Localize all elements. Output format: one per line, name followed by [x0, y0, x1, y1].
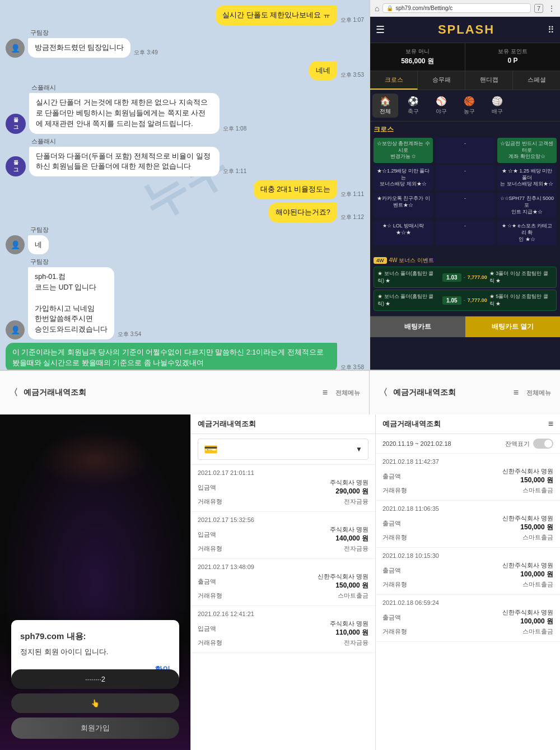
browser-url[interactable]: 🔒 sph79.com/m/Betting/c [382, 3, 530, 13]
bubble: 대충 2대1 비율정도는 [254, 180, 337, 199]
tx-company: 신한주식회사 명원 [502, 561, 553, 570]
mid-right-title: 예금거래내역조회 [393, 388, 456, 398]
password-input[interactable]: ········2 [11, 669, 179, 689]
avatar: 👤 [6, 235, 25, 254]
msg-row: 풀그 스플래시 실시간 단폴더 거는것에 대한 제한은 없으나 지속적으로 단폴… [6, 83, 364, 133]
bubble: 단폴더와 다폴더(두폴더 포함) 전체적으로 비율이 일정하신 회원님들은 단폴… [29, 147, 220, 177]
tx-type-label: 거래유형 [382, 580, 407, 589]
nav-special[interactable]: 스페셜 [513, 71, 560, 90]
cart-view-button[interactable]: 배팅카트 [370, 316, 465, 337]
tx-date: 2021.02.17 21:01:11 [198, 469, 368, 476]
submenu-left[interactable]: 전체메뉴 [335, 389, 360, 397]
sport-tab-label: 축구 [408, 108, 419, 115]
msg-time: 오후 1:11 [340, 190, 364, 198]
tx-date: 2021.02.18 11:42:37 [382, 458, 553, 465]
bet-cell[interactable]: ★☆ LOL 방매시락 ★☆★ [374, 220, 433, 245]
tx-item: 2021.02.18 06:59:24 출금액 신한주식회사 명원 100,00… [376, 595, 560, 642]
dialog-site-name: sph79.com 내용: [20, 631, 170, 642]
toggle-switch[interactable] [533, 439, 553, 449]
sender-name: 스플래시 [29, 137, 220, 146]
tx-label: 입금액 [198, 625, 216, 633]
avatar: 👤 [6, 320, 25, 339]
bet-cell[interactable]: ★ ☆★ e스포츠 카테고리 확인 ★☆ [497, 220, 557, 245]
bonus-odds: 1.03 [442, 273, 461, 282]
sport-tab-volleyball[interactable]: 🏐 배구 [484, 94, 510, 118]
sport-tab-all[interactable]: 🏠 전체 [372, 94, 398, 118]
tx-type-label: 거래유형 [198, 591, 222, 600]
bet-cell[interactable]: ☆입금전 반드시 고객센터로계좌 확인요망☆ [497, 138, 557, 163]
nav-cross[interactable]: 크로스 [370, 71, 418, 90]
sport-tab-label: 전체 [380, 108, 391, 115]
bubble: sph-01.컴 코드는 UDT 입니다 가입하시고 닉네임 한번알씀해주시면 … [28, 267, 114, 339]
bet-cell[interactable]: ★카카오톡 친구추가 이벤트★☆ [374, 193, 433, 218]
splash-site: ☰ SPLASH ⠿ 보유 머니 586,000 원 보유 포인트 0 P 크로… [370, 17, 560, 370]
msg-time: 오후 1:12 [340, 213, 364, 221]
fingerprint-button[interactable]: 👆 [11, 693, 179, 713]
bet-cell[interactable]: ★ ☆★ 1.25 배당 미만 폴더는 보너스배당 제외★☆ [497, 165, 557, 190]
msg-time: 오후 3:49 [134, 49, 157, 57]
sender-name: 구팀장 [28, 29, 130, 37]
submenu-right[interactable]: 전체메뉴 [526, 389, 551, 397]
tx-item: 2021.02.16 12:41:21 입금액 주식회사 명원 110,000 … [191, 606, 375, 653]
bonus-row[interactable]: ★ 보너스 폴더(홈팀만 클릭) ★ 1.03 - 7,777.00 ★ 3폴더… [374, 267, 557, 288]
msg-time: 오후 3:53 [340, 71, 364, 79]
tx-item: 2021.02.17 21:01:11 입금액 주식회사 명원 290,000 … [191, 465, 375, 512]
bubble: 네네 [309, 61, 337, 81]
bet-cell[interactable]: ★☆1.25배당 미만 폴다는보너스배당 제외★☆ [374, 165, 433, 190]
tx-type-label: 거래유형 [382, 533, 407, 542]
baseball-icon: ⚾ [436, 96, 447, 106]
sport-tab-basketball[interactable]: 🏀 농구 [456, 94, 482, 118]
balance-money-value: 586,000 원 [375, 57, 460, 66]
bubble-group: 구팀장 sph-01.컴 코드는 UDT 입니다 가입하시고 닉네임 한번알씀해… [28, 258, 114, 339]
tx-company: 신한주식회사 명원 [318, 572, 368, 581]
tx-date: 2021.02.18 11:06:35 [382, 505, 553, 512]
tx-detail-row: 입금액 주식회사 명원 140,000 원 [198, 525, 368, 543]
bet-cell[interactable]: ☆보안상 충전계좌는 수시로변경가능 ✩ [374, 138, 433, 163]
tx-item: 2021.02.18 11:42:37 출금액 신한주식회사 명원 150,00… [376, 454, 560, 501]
menu-icon[interactable]: ≡ [323, 388, 328, 398]
tx-company: 신한주식회사 명원 [502, 514, 553, 523]
bonus-desc: ★ 3폴더 이상 조합팀만 클릭 ★ [489, 270, 553, 285]
msg-time: 오후 1:08 [223, 125, 246, 133]
account-selector[interactable]: 💳 ▼ [198, 439, 368, 460]
browser-panel: ⌂ 🔒 sph79.com/m/Betting/c 7 ⋮ ☰ SPLASH ⠿… [370, 0, 560, 370]
more-icon[interactable]: ⋮ [548, 4, 556, 13]
bonus-row[interactable]: ★ 보너스 폴더(홈팀만 클릭) ★ 1.05 - 7,777.00 ★ 5폴더… [374, 290, 557, 311]
register-button[interactable]: 회원가입 [11, 718, 179, 739]
bottom-section: sph79.com 내용: 정지된 회원 아이디 입니다. 확인 ·······… [0, 414, 560, 750]
bonus-prize: 7,777.00 [468, 274, 487, 280]
more-dots-icon[interactable]: ⠿ [548, 25, 554, 35]
bet-cell[interactable]: ☆☆SPH77 친추시 5000포인트 지급★☆ [497, 193, 557, 218]
back-button-right[interactable]: 〈 [379, 387, 388, 399]
lock-icon: 🔒 [386, 5, 393, 11]
splash-header: ☰ SPLASH ⠿ [370, 17, 560, 43]
bet-cell: - [435, 165, 494, 190]
nav-win[interactable]: 승무패 [418, 71, 465, 90]
bonus-section: 4W 4W 보너스 이벤트 ★ 보너스 폴더(홈팀만 클릭) ★ 1.03 - … [370, 253, 560, 316]
tx-amount: 110,000 원 [330, 628, 368, 637]
mid-left-title: 예금거래내역조회 [24, 388, 86, 398]
tx-type: 스마트출금 [522, 580, 553, 589]
balance-money-label: 보유 머니 [375, 48, 460, 55]
bubble-group: 스플래시 실시간 단폴더 거는것에 대한 제한은 없으나 지속적으로 단폴더만 … [29, 83, 220, 133]
browser-actions: 7 ⋮ [534, 4, 556, 13]
bubble: 네 [28, 235, 49, 255]
deposit-inquiry-left: 〈 예금거래내역조회 ≡ 전체메뉴 [0, 371, 370, 414]
back-button[interactable]: 〈 [9, 387, 18, 399]
nav-handicap[interactable]: 핸디캡 [465, 71, 513, 90]
hamburger-icon[interactable]: ☰ [376, 24, 385, 36]
tx-left-filter: 💳 ▼ [191, 434, 375, 465]
sport-tab-baseball[interactable]: ⚾ 야구 [428, 94, 454, 118]
tx-left-list: 2021.02.17 21:01:11 입금액 주식회사 명원 290,000 … [191, 465, 375, 750]
tx-detail-row: 거래유형 스마트출금 [382, 580, 553, 589]
home-icon[interactable]: ⌂ [375, 4, 379, 13]
sport-tab-soccer[interactable]: ⚽ 축구 [400, 94, 426, 118]
tab-count[interactable]: 7 [534, 4, 543, 13]
tx-detail-row: 출금액 신한주식회사 명원 150,000 원 [198, 572, 368, 590]
tx-detail-row: 출금액 신한주식회사 명원 100,000 원 [382, 608, 553, 626]
menu-icon-right[interactable]: ≡ [514, 388, 519, 398]
bonus-prize: 7,777.00 [468, 297, 487, 303]
menu-icon-right[interactable]: ≡ [548, 419, 553, 429]
tx-date: 2021.02.18 10:15:30 [382, 552, 553, 559]
cart-open-button[interactable]: 배팅카트 열기 [465, 316, 561, 337]
